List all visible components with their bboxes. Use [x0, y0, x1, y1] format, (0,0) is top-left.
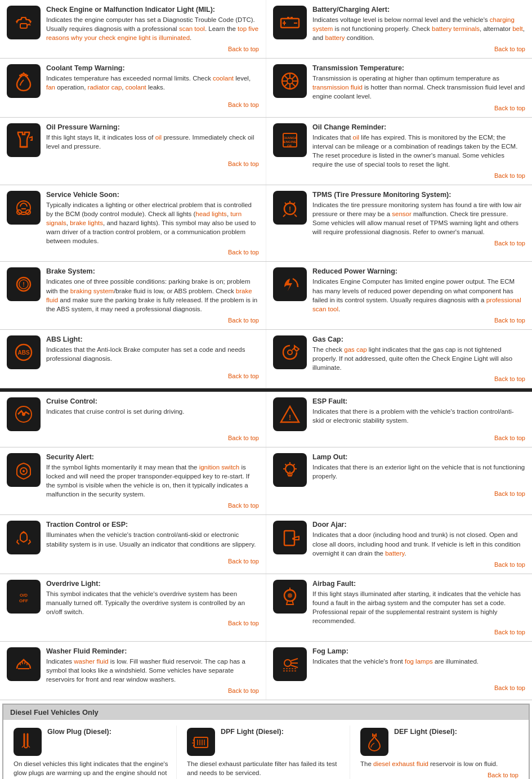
coolant-link1[interactable]: coolant [213, 75, 234, 82]
sensor-link[interactable]: sensor [392, 211, 412, 217]
ignition-switch-link[interactable]: ignition switch [199, 464, 240, 471]
back-to-top-20[interactable]: Back to top [273, 629, 525, 635]
reduced-power-icon [279, 273, 301, 296]
coolant-link2[interactable]: coolant [126, 84, 146, 91]
back-to-top-13[interactable]: Back to top [7, 435, 259, 441]
back-to-top-21[interactable]: Back to top [7, 687, 259, 694]
security-title: Security Alert: [46, 453, 259, 461]
esp-text: ESP Fault: Indicates that there is a pro… [312, 397, 525, 425]
back-to-top-15[interactable]: Back to top [7, 502, 259, 509]
row-abs-gascap: ABS ABS Light: Indicates that the Anti-l… [0, 330, 532, 388]
def-text: DEF Light (Diesel): [394, 728, 457, 737]
back-to-top-12[interactable]: Back to top [273, 375, 525, 382]
back-to-top-1[interactable]: Back to top [7, 46, 259, 52]
service-desc: Typically indicates a lighting or other … [46, 202, 256, 244]
def-icon [363, 731, 386, 753]
battery-link2[interactable]: battery [385, 550, 404, 557]
item-header-dpf: DPF Light (Diesel): [187, 728, 345, 756]
check-engine-text: Check Engine or Malfunction Indicator Li… [46, 6, 259, 42]
row-brake-reduced: ! Brake System: Indicates one of three p… [0, 262, 532, 329]
back-to-top-16[interactable]: Back to top [273, 490, 525, 497]
col-check-engine: Check Engine or Malfunction Indicator Li… [0, 0, 266, 58]
airbag-desc: If this light stays illuminated after st… [312, 590, 521, 624]
item-header-service: Service Vehicle Soon: Typically indicate… [7, 191, 259, 245]
tpms-title: TPMS (Tire Pressure Monitoring System): [312, 191, 525, 199]
oil-link2[interactable]: oil [353, 134, 360, 141]
back-to-top-4[interactable]: Back to top [273, 105, 525, 111]
battery-icon-box [273, 6, 307, 39]
back-to-top-9[interactable]: Back to top [7, 317, 259, 324]
svg-text:!: ! [289, 205, 291, 213]
glow-text: Glow Plug (Diesel): [47, 728, 111, 737]
oil-pressure-text: Oil Pressure Warning: If this light stay… [46, 123, 259, 151]
head-lights-link[interactable]: head lights [195, 211, 227, 217]
lamp-icon [279, 459, 301, 481]
svg-text:ABS: ABS [17, 350, 29, 356]
glow-icon-box [14, 728, 42, 756]
row-cruise-esp: Cruise Control: Indicates that cruise co… [0, 392, 532, 447]
def-fluid-link[interactable]: diesel exhaust fluid [373, 760, 428, 767]
svg-text:ENGINE: ENGINE [283, 140, 296, 144]
svg-point-41 [23, 470, 25, 472]
svg-rect-3 [290, 17, 293, 19]
svg-line-47 [285, 464, 287, 466]
oil-link[interactable]: oil [155, 134, 162, 141]
transmission-fluid-link[interactable]: transmission fluid [312, 84, 363, 91]
prof-scan-link[interactable]: professional scan tool [312, 297, 521, 312]
back-to-top-11[interactable]: Back to top [7, 373, 259, 379]
item-header-esp: ! ESP Fault: Indicates that there is a p… [273, 397, 525, 431]
service-text: Service Vehicle Soon: Typically indicate… [46, 191, 259, 245]
gas-cap-icon [279, 341, 301, 364]
gas-cap-link[interactable]: gas cap [344, 346, 366, 353]
back-to-top-7[interactable]: Back to top [7, 249, 259, 256]
back-to-top-6[interactable]: Back to top [273, 172, 525, 179]
overdrive-icon: O/D OFF [12, 585, 35, 608]
airbag-icon [279, 585, 301, 608]
back-to-top-2[interactable]: Back to top [273, 46, 525, 52]
back-to-top-3[interactable]: Back to top [7, 101, 259, 108]
tpms-text: TPMS (Tire Pressure Monitoring System): … [312, 191, 525, 236]
check-engine-icon [12, 11, 35, 34]
battery-terminals-link[interactable]: battery terminals [432, 25, 480, 32]
back-to-top-17[interactable]: Back to top [7, 558, 259, 565]
back-to-top-19[interactable]: Back to top [7, 620, 259, 626]
back-to-top-5[interactable]: Back to top [7, 160, 259, 167]
back-to-top-22[interactable]: Back to top [273, 684, 525, 691]
row-overdrive-airbag: O/D OFF Overdrive Light: This symbol ind… [0, 574, 532, 642]
fan-link[interactable]: fan [46, 84, 55, 91]
belt-link[interactable]: belt [512, 25, 523, 32]
lamp-text: Lamp Out: Indicates that there is an ext… [312, 453, 525, 481]
transmission-text: Transmission Temperature: Transmission i… [312, 64, 525, 101]
battery-link[interactable]: battery [325, 34, 345, 41]
charging-system-link[interactable]: charging system [312, 16, 515, 32]
coolant-desc: Indicates temperature has exceeded norma… [46, 75, 251, 91]
back-to-top-18[interactable]: Back to top [273, 561, 525, 568]
washer-icon [12, 653, 35, 675]
door-icon [279, 526, 301, 549]
back-to-top-8[interactable]: Back to top [273, 240, 525, 247]
radiator-cap-link[interactable]: radiator cap [88, 84, 122, 91]
transmission-icon-box [273, 64, 307, 98]
security-text: Security Alert: If the symbol lights mom… [46, 453, 259, 499]
back-to-top-10[interactable]: Back to top [273, 317, 525, 324]
airbag-title: Airbag Fault: [312, 580, 525, 588]
fog-title: Fog Lamp: [312, 647, 479, 655]
reduced-power-title: Reduced Power Warning: [312, 267, 525, 275]
diesel-col-glow: Glow Plug (Diesel): On diesel vehicles t… [9, 726, 177, 779]
braking-system-link[interactable]: braking system [70, 288, 114, 294]
item-header-security: Security Alert: If the symbol lights mom… [7, 453, 259, 499]
row-security-lamp: Security Alert: If the symbol lights mom… [0, 447, 532, 515]
svg-point-38 [22, 413, 25, 416]
col-cruise: Cruise Control: Indicates that cruise co… [0, 392, 266, 447]
brake-lights-link[interactable]: brake lights [70, 220, 103, 226]
battery-icon [279, 11, 301, 34]
washer-fluid-link[interactable]: washer fluid [74, 658, 108, 665]
scan-tool-link[interactable]: scan tool [179, 25, 205, 32]
back-to-top-25[interactable]: Back to top [360, 772, 518, 778]
col-brake: ! Brake System: Indicates one of three p… [0, 262, 266, 329]
oil-change-title: Oil Change Reminder: [312, 123, 525, 131]
fog-lamps-link[interactable]: fog lamps [405, 658, 433, 665]
back-to-top-14[interactable]: Back to top [273, 435, 525, 441]
top-five-link[interactable]: top five reasons why your check engine l… [46, 25, 258, 41]
fog-icon [279, 653, 301, 675]
